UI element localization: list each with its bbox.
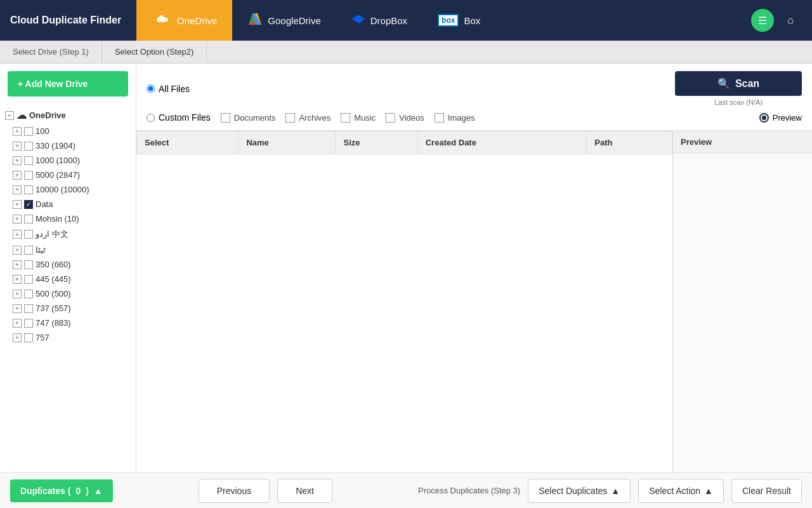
- preview-radio-group: Preview: [759, 113, 802, 123]
- expand-icon: +: [13, 127, 22, 136]
- list-item[interactable]: + Mohsin (10): [0, 211, 136, 226]
- select-action-button[interactable]: Select Action ▲: [638, 479, 724, 503]
- expand-icon: +: [13, 215, 22, 224]
- documents-label: Documents: [234, 113, 276, 123]
- all-files-radio[interactable]: [147, 84, 155, 93]
- col-size: Size: [336, 131, 417, 154]
- documents-checkbox-label: Documents: [221, 113, 276, 123]
- music-checkbox[interactable]: [341, 113, 350, 123]
- menu-button[interactable]: ☰: [751, 9, 774, 32]
- archives-label: Archives: [299, 113, 331, 123]
- list-item[interactable]: + 330 (1904): [0, 138, 136, 153]
- expand-icon: +: [13, 260, 22, 269]
- images-checkbox[interactable]: [435, 113, 444, 123]
- item-label: Data: [36, 199, 53, 209]
- duplicates-button[interactable]: Duplicates (0) ▲: [10, 479, 113, 502]
- previous-button[interactable]: Previous: [199, 479, 270, 503]
- app-footer: Duplicates (0) ▲ Previous Next Process D…: [0, 472, 812, 508]
- music-label: Music: [354, 113, 376, 123]
- expand-icon: +: [13, 230, 22, 239]
- list-item[interactable]: + ✓ Data: [0, 197, 136, 211]
- onedrive-icon: [152, 13, 172, 28]
- item-checkbox[interactable]: [24, 215, 33, 224]
- list-item[interactable]: + 445 (445): [0, 272, 136, 286]
- tab-dropbox[interactable]: DropBox: [336, 0, 422, 41]
- options-row1: All Files 🔍 Scan Last scan (N/A): [147, 71, 802, 106]
- images-checkbox-label: Images: [435, 113, 475, 123]
- expand-icon: +: [13, 185, 22, 194]
- clear-result-button[interactable]: Clear Result: [731, 479, 802, 503]
- custom-files-label: Custom Files: [159, 112, 211, 123]
- col-name: Name: [239, 131, 336, 154]
- documents-checkbox[interactable]: [221, 113, 230, 123]
- box-logo-text: box: [438, 14, 459, 27]
- home-button[interactable]: ⌂: [779, 9, 802, 32]
- item-label: 10000 (10000): [36, 185, 89, 194]
- tab-box[interactable]: box Box: [422, 0, 495, 41]
- main-area: + Add New Drive − ☁ OneDrive + 100 + 330…: [0, 64, 812, 472]
- item-checkbox[interactable]: [24, 171, 33, 180]
- tab-googledrive[interactable]: GoogleDrive: [232, 0, 336, 41]
- select-duplicates-button[interactable]: Select Duplicates ▲: [528, 479, 631, 503]
- expand-icon: +: [13, 171, 22, 180]
- list-item[interactable]: + 1000 (1000): [0, 153, 136, 168]
- item-checkbox[interactable]: [24, 246, 33, 255]
- item-label: 5000 (2847): [36, 170, 80, 180]
- item-checkbox[interactable]: [24, 127, 33, 136]
- next-button[interactable]: Next: [277, 479, 332, 503]
- item-checkbox[interactable]: [24, 230, 33, 239]
- duplicates-label: Duplicates (: [20, 486, 70, 496]
- list-item[interactable]: + 757: [0, 330, 136, 345]
- item-checkbox-checked[interactable]: ✓: [24, 200, 33, 209]
- list-item[interactable]: + 737 (557): [0, 301, 136, 316]
- preview-header: Preview: [673, 131, 812, 154]
- item-checkbox[interactable]: [24, 290, 33, 298]
- tree-root-onedrive[interactable]: − ☁ OneDrive: [0, 107, 136, 124]
- googledrive-icon: [247, 12, 263, 29]
- item-checkbox[interactable]: [24, 156, 33, 165]
- all-files-radio-group: All Files: [147, 84, 190, 94]
- videos-checkbox[interactable]: [386, 113, 395, 123]
- tab-onedrive[interactable]: OneDrive: [136, 0, 232, 41]
- file-table-container: Select Name Size Created Date Path: [136, 131, 672, 472]
- col-path: Path: [587, 131, 672, 154]
- scan-button[interactable]: 🔍 Scan: [675, 71, 802, 96]
- item-checkbox[interactable]: [24, 185, 33, 194]
- preview-radio[interactable]: [759, 113, 769, 123]
- add-drive-button[interactable]: + Add New Drive: [8, 71, 128, 97]
- item-checkbox[interactable]: [24, 333, 33, 342]
- list-item[interactable]: + ٹیٹا: [0, 243, 136, 257]
- expand-icon: +: [13, 319, 22, 328]
- item-checkbox[interactable]: [24, 275, 33, 284]
- scan-area: 🔍 Scan Last scan (N/A): [675, 71, 802, 106]
- list-item[interactable]: + 10000 (10000): [0, 182, 136, 197]
- custom-files-radio[interactable]: [147, 114, 155, 122]
- expand-icon: +: [13, 142, 22, 150]
- item-checkbox[interactable]: [24, 304, 33, 313]
- app-brand: Cloud Duplicate Finder: [0, 15, 136, 26]
- item-label: 1000 (1000): [36, 156, 80, 165]
- images-label: Images: [448, 113, 475, 123]
- select-action-arrow-icon: ▲: [704, 486, 713, 496]
- tab-box-label: Box: [464, 15, 480, 26]
- options-row2: Custom Files Documents Archives Music Vi…: [147, 112, 802, 123]
- list-item[interactable]: + 500 (500): [0, 286, 136, 301]
- expand-icon: +: [13, 304, 22, 313]
- item-checkbox[interactable]: [24, 319, 33, 328]
- list-item[interactable]: + 350 (660): [0, 257, 136, 272]
- item-checkbox[interactable]: [24, 260, 33, 269]
- item-label: 100: [36, 126, 49, 136]
- list-item[interactable]: + 747 (883): [0, 316, 136, 330]
- drive-tabs: OneDrive GoogleDrive: [136, 0, 741, 41]
- list-item[interactable]: + اردو 中文: [0, 226, 136, 243]
- scan-label: Scan: [735, 78, 759, 90]
- item-checkbox[interactable]: [24, 142, 33, 150]
- list-item[interactable]: + 100: [0, 124, 136, 138]
- item-label: 445 (445): [36, 274, 71, 284]
- expand-icon: +: [13, 290, 22, 298]
- step-bar: Select Drive (Step 1) Select Option (Ste…: [0, 41, 812, 64]
- item-label: اردو 中文: [36, 229, 69, 240]
- list-item[interactable]: + 5000 (2847): [0, 168, 136, 182]
- item-label: 757: [36, 333, 49, 342]
- archives-checkbox[interactable]: [285, 113, 295, 123]
